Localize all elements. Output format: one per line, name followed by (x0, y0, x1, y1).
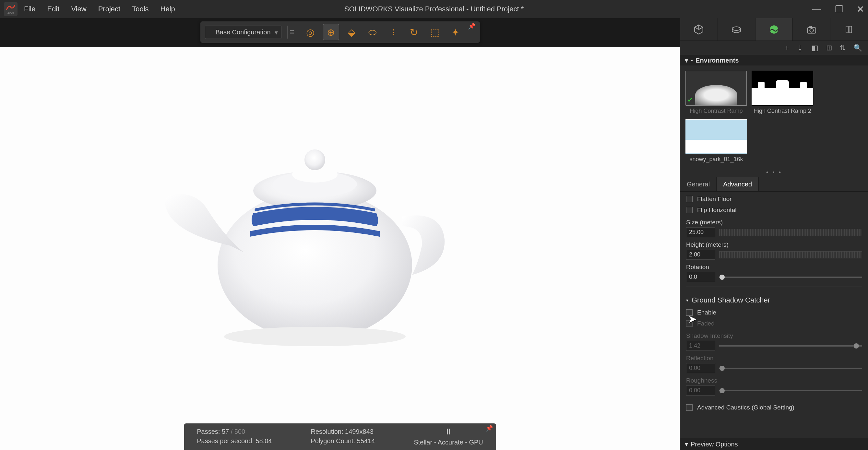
export-icon[interactable]: ⭳ (797, 44, 804, 52)
box-icon[interactable]: ⬚ (427, 24, 443, 40)
resolution-text: Resolution: 1499x843 (311, 428, 375, 436)
faded-row: Faded (686, 318, 862, 329)
tab-camera-icon[interactable] (793, 18, 830, 40)
flip-horizontal-row[interactable]: Flip Horizontal (686, 204, 862, 216)
flatten-floor-row[interactable]: Flatten Floor (686, 194, 862, 204)
env-label-3: snowy_park_01_16k (685, 156, 747, 163)
svg-point-6 (732, 27, 741, 30)
sort-icon[interactable]: ⇅ (840, 44, 846, 52)
properties-panel: Flatten Floor Flip Horizontal Size (mete… (680, 192, 868, 438)
search-icon[interactable]: 🔍 (854, 44, 862, 52)
reflection-input: 0.00 (686, 363, 715, 373)
passes-text: Passes: 57 / 500 (197, 428, 272, 436)
list-icon[interactable]: ☰ (287, 26, 297, 39)
tab-model-icon[interactable] (680, 18, 718, 40)
stack-icon[interactable]: ⬙ (344, 24, 360, 40)
collapse-arrow-icon: ▾ (685, 56, 688, 64)
rotation-input[interactable]: 0.0 (686, 272, 715, 282)
environment-grid: ✔ High Contrast Ramp High Contrast Ramp … (680, 65, 868, 168)
globe-icon[interactable]: ⊕ (323, 24, 339, 40)
teapot-render (133, 109, 490, 362)
menu-view[interactable]: View (71, 5, 86, 13)
collapse-arrow-icon: ▾ (685, 440, 688, 448)
cylinder-icon[interactable]: ⬭ (365, 24, 381, 40)
enable-row[interactable]: Enable ➤ (686, 307, 862, 318)
pause-icon[interactable]: ⏸ (444, 427, 453, 437)
split-icon[interactable]: ◧ (812, 44, 818, 52)
env-item-2[interactable]: High Contrast Ramp 2 (752, 71, 813, 115)
rotation-slider[interactable] (719, 277, 862, 278)
size-input[interactable]: 25.00 (686, 227, 715, 237)
svg-rect-10 (810, 26, 812, 28)
tab-scene-icon[interactable] (755, 18, 793, 40)
menu-tools[interactable]: Tools (132, 5, 149, 13)
panel-toolbar: + ⭳ ◧ ⊞ ⇅ 🔍 (680, 41, 868, 55)
status-bar: 📌 Passes: 57 / 500 Passes per second: 58… (184, 423, 496, 450)
env-thumb-2 (752, 71, 813, 106)
enable-checkbox[interactable] (686, 309, 692, 316)
height-input[interactable]: 2.00 (686, 250, 715, 260)
menu-project[interactable]: Project (98, 5, 120, 13)
maximize-button[interactable]: ❐ (835, 4, 843, 14)
collapse-arrow-icon: ▾ (686, 298, 688, 303)
tab-library-icon[interactable] (830, 18, 868, 40)
status-pin-icon[interactable]: 📌 (486, 425, 493, 432)
env-item-1[interactable]: ✔ High Contrast Ramp (685, 71, 747, 115)
env-item-3[interactable]: snowy_park_01_16k (685, 119, 747, 163)
env-thumb-1: ✔ (685, 71, 747, 106)
menu-file[interactable]: File (24, 5, 35, 13)
tab-general[interactable]: General (680, 178, 717, 191)
height-slider[interactable] (719, 251, 862, 258)
ground-shadow-header[interactable]: ▾ Ground Shadow Catcher (686, 291, 862, 307)
viewport-area: Base Configuration ☰ ◎ ⊕ ⬙ ⬭ ⫶ ↻ ⬚ ✦ 📌 (0, 18, 680, 450)
enable-label: Enable (697, 309, 716, 316)
grid-icon[interactable]: ⊞ (826, 44, 832, 52)
resize-grip-icon[interactable]: • • • (680, 168, 868, 178)
roughness-slider (719, 390, 862, 391)
env-label-2: High Contrast Ramp 2 (752, 108, 813, 115)
configuration-select[interactable]: Base Configuration (205, 26, 281, 39)
check-icon: ✔ (687, 96, 693, 104)
title-bar: 2025 File Edit View Project Tools Help S… (0, 0, 868, 18)
svg-point-9 (810, 29, 813, 32)
flip-horizontal-checkbox[interactable] (686, 207, 692, 213)
advanced-caustics-label: Advanced Caustics (Global Setting) (697, 404, 795, 411)
shadow-intensity-input: 1.42 (686, 341, 715, 351)
pin-icon[interactable]: 📌 (468, 23, 475, 30)
wand-icon[interactable]: ✦ (447, 24, 464, 40)
axes-icon[interactable]: ⫶ (385, 24, 401, 40)
faded-label: Faded (697, 320, 715, 327)
tab-advanced[interactable]: Advanced (717, 178, 759, 191)
flatten-floor-label: Flatten Floor (697, 195, 732, 203)
roughness-input: 0.00 (686, 385, 715, 395)
target-icon[interactable]: ◎ (302, 24, 318, 40)
window-controls: — ❐ ✕ (812, 4, 864, 14)
polycount-text: Polygon Count: 55414 (311, 437, 375, 445)
reflection-label: Reflection (686, 355, 862, 362)
menu-edit[interactable]: Edit (47, 5, 59, 13)
height-label: Height (meters) (686, 241, 862, 248)
advanced-caustics-checkbox[interactable] (686, 404, 692, 411)
faded-checkbox (686, 320, 692, 327)
environments-header[interactable]: ▾ ▪ Environments (680, 55, 868, 65)
reload-icon[interactable]: ↻ (406, 24, 422, 40)
shadow-intensity-slider (719, 345, 862, 347)
close-button[interactable]: ✕ (857, 4, 864, 14)
env-thumb-3 (685, 119, 747, 154)
preview-options-header[interactable]: ▾ Preview Options (680, 438, 868, 450)
flatten-floor-checkbox[interactable] (686, 196, 692, 202)
flip-horizontal-label: Flip Horizontal (697, 206, 736, 214)
advanced-caustics-row[interactable]: Advanced Caustics (Global Setting) (686, 402, 862, 413)
svg-rect-12 (849, 26, 852, 33)
size-slider[interactable] (719, 229, 862, 236)
svg-point-4 (305, 150, 325, 170)
add-icon[interactable]: + (785, 44, 789, 52)
menu-help[interactable]: Help (160, 5, 175, 13)
tab-appearance-icon[interactable] (718, 18, 755, 40)
right-panel: + ⭳ ◧ ⊞ ⇅ 🔍 ▾ ▪ Environments ✔ High Cont… (680, 18, 868, 450)
viewport-toolbar: Base Configuration ☰ ◎ ⊕ ⬙ ⬭ ⫶ ↻ ⬚ ✦ 📌 (200, 22, 479, 43)
shadow-intensity-label: Shadow Intensity (686, 332, 862, 340)
renderer-text: Stellar - Accurate - GPU (414, 439, 483, 446)
render-view[interactable] (0, 47, 680, 450)
minimize-button[interactable]: — (812, 4, 821, 14)
